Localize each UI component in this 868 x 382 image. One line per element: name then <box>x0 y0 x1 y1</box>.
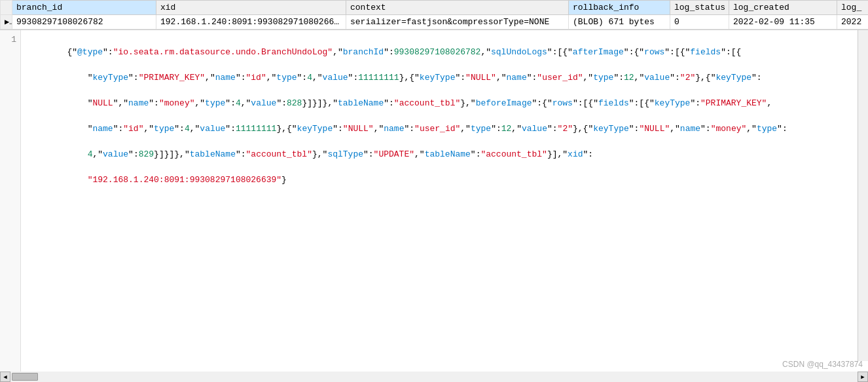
json-open-brace: {" <box>67 47 77 57</box>
json-colon-33: ": <box>583 149 594 159</box>
json-close-2: },{" <box>276 124 297 134</box>
scroll-track[interactable] <box>10 372 858 382</box>
json-fields-key: fields <box>690 47 721 57</box>
json-comma-7: ," <box>583 73 594 83</box>
json-colon-21: ": <box>225 124 236 134</box>
json-money-2: "money" <box>711 124 747 134</box>
json-comma-20: ," <box>746 124 757 134</box>
json-colon-4: ": <box>128 73 139 83</box>
json-colon-24: ": <box>491 124 501 134</box>
json-close-4: }]}]}, <box>154 149 185 159</box>
json-keyType-key-6: keyType <box>593 124 629 134</box>
json-branchId-key: branchId <box>343 47 384 57</box>
json-comma-22: ," <box>414 149 425 159</box>
json-colon-28: ": <box>777 124 787 134</box>
json-colon-31: ": <box>363 149 374 159</box>
json-beforeImage-key: beforeImage <box>476 98 532 108</box>
json-bracket-4: ":[{" <box>573 98 598 108</box>
json-sqlUndoLogs-key: sqlUndoLogs <box>491 47 547 57</box>
json-keyType-key-1: keyType <box>92 73 128 83</box>
json-value-key-5: value <box>522 124 547 134</box>
json-type-key-3: type <box>593 73 613 83</box>
json-colon-14: ": <box>225 98 236 108</box>
json-bracket-3: ":[{ <box>721 47 741 57</box>
horizontal-scrollbar[interactable]: ◀ ▶ <box>0 372 868 382</box>
table-row[interactable]: ▶ 99308297108026782 192.168.1.240:8091:9… <box>1 15 869 29</box>
json-colon-23: ": <box>404 124 414 134</box>
json-comma-2: ," <box>480 47 491 57</box>
json-panel: 1 {"@type":"io.seata.rm.datasource.undo.… <box>0 30 868 382</box>
json-comma-9: "," <box>113 98 128 108</box>
json-keyType-key-3: keyType <box>715 73 751 83</box>
json-name-key-4: name <box>92 124 113 134</box>
json-comma-5: ," <box>312 73 323 83</box>
json-tableName-punc-2: " <box>185 149 190 159</box>
col-header-branch_id[interactable]: branch_id <box>12 1 156 15</box>
cell-log_created: 2022-02-09 11:35 <box>729 15 837 29</box>
json-name-key-2: name <box>507 73 527 83</box>
json-comma-16: ," <box>374 124 384 134</box>
json-rows-key: rows <box>644 47 664 57</box>
cell-context: serializer=fastjson&compressorType=NONE <box>346 15 569 29</box>
json-bracket-5: ":[{" <box>629 98 655 108</box>
json-close-final: } <box>281 175 287 185</box>
json-PRIMARY_KEY-1: "PRIMARY_KEY" <box>139 73 205 83</box>
json-colon-8: ": <box>455 73 465 83</box>
json-rows-key-2: rows <box>552 98 573 108</box>
json-comma-13: , <box>767 98 772 108</box>
json-tableName-punc-1: " <box>333 98 338 108</box>
col-header-context[interactable]: context <box>346 1 569 15</box>
json-name-key-5: name <box>384 124 404 134</box>
json-comma-3: ," <box>205 73 215 83</box>
json-value-11111111-2: 11111111 <box>236 124 276 134</box>
json-type-12-1: 12 <box>624 73 634 83</box>
json-indent-1: " <box>67 73 92 83</box>
col-header-log_created[interactable]: log_created <box>729 1 837 15</box>
scroll-right-button[interactable]: ▶ <box>858 372 868 382</box>
json-NULL-3: "NULL" <box>343 124 374 134</box>
json-comma-18: ," <box>511 124 522 134</box>
json-type-key: @type <box>77 47 103 57</box>
json-colon-19: ": <box>113 124 124 134</box>
json-comma-21: ," <box>92 149 103 159</box>
vertical-scrollbar[interactable] <box>858 30 868 361</box>
json-colon-18: ": <box>690 98 700 108</box>
json-money-1: "money" <box>159 98 195 108</box>
json-colon-15: ": <box>276 98 287 108</box>
json-value-key-2: value <box>644 73 670 83</box>
json-colon-30: ": <box>236 149 246 159</box>
json-xid-key: xid <box>568 149 583 159</box>
watermark: CSDN @qq_43437874 <box>782 360 863 369</box>
json-tableName-key-3: tableName <box>425 149 471 159</box>
json-value-key-3: value <box>251 98 276 108</box>
json-user_id-2: "user_id" <box>414 124 460 134</box>
json-comma-19: ," <box>670 124 680 134</box>
scroll-thumb[interactable] <box>12 373 38 381</box>
col-header-log_[interactable]: log_ <box>837 1 869 15</box>
data-table: branch_id xid context rollback_info log_… <box>0 0 868 30</box>
json-account_tbl-1: "account_tbl" <box>394 98 460 108</box>
json-colon-25: ": <box>547 124 558 134</box>
json-comma-1: ," <box>333 47 343 57</box>
json-colon-6: ": <box>297 73 308 83</box>
json-name-id-1: "id" <box>246 73 266 83</box>
json-comma-12: }," <box>460 98 475 108</box>
col-header-rollback_info[interactable]: rollback_info <box>569 1 670 15</box>
json-comma-10: ," <box>195 98 206 108</box>
json-close-5: }," <box>312 149 327 159</box>
scroll-left-button[interactable]: ◀ <box>0 372 10 382</box>
json-comma-17: ," <box>460 124 471 134</box>
json-type-key-5: type <box>154 124 174 134</box>
json-colon-11: ": <box>670 73 680 83</box>
json-account_tbl-3: "account_tbl" <box>480 149 547 159</box>
row-indicator-header <box>1 1 12 15</box>
json-name-id-2: "id" <box>123 124 143 134</box>
col-header-xid[interactable]: xid <box>156 1 346 15</box>
json-comma-14: ," <box>143 124 154 134</box>
col-header-log_status[interactable]: log_status <box>670 1 729 15</box>
line-numbers: 1 <box>0 30 21 372</box>
json-afterImage-key: afterImage <box>573 47 624 57</box>
json-value-829: 829 <box>139 149 154 159</box>
json-colon-26: ": <box>629 124 640 134</box>
json-indent-4 <box>67 149 87 159</box>
